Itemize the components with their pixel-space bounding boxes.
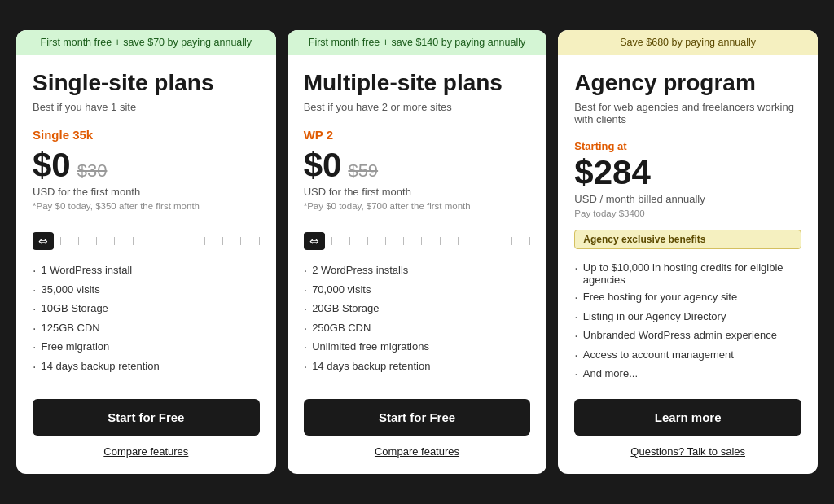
- list-item: 125GB CDN: [33, 319, 260, 339]
- single-site-plan-name: Single 35k: [33, 128, 260, 142]
- single-site-cta-button[interactable]: Start for Free: [33, 399, 260, 436]
- agency-title: Agency program: [574, 71, 801, 96]
- list-item: 14 days backup retention: [33, 357, 260, 377]
- card-multiple-site: First month free + save $140 by paying a…: [288, 30, 547, 474]
- list-item: Unbranded WordPress admin experience: [574, 327, 801, 346]
- list-item: And more...: [574, 365, 801, 384]
- agency-starting-at: Starting at: [574, 140, 801, 152]
- single-site-features: 1 WordPress install35,000 visits10GB Sto…: [33, 261, 260, 384]
- agency-banner: Save $680 by paying annually: [558, 30, 818, 55]
- agency-body: Agency programBest for web agencies and …: [558, 55, 818, 474]
- single-site-slider-icon: ⇔: [33, 232, 54, 250]
- multiple-site-plan-name: WP 2: [304, 128, 531, 142]
- agency-price-note: Pay today $3400: [574, 208, 801, 218]
- single-site-slider[interactable]: ⇔: [33, 232, 260, 250]
- list-item: Free migration: [33, 338, 260, 357]
- list-item: 1 WordPress install: [33, 261, 260, 281]
- list-item: Up to $10,000 in hosting credits for eli…: [574, 259, 801, 288]
- agency-features: Up to $10,000 in hosting credits for eli…: [574, 259, 801, 384]
- multiple-site-slider[interactable]: ⇔: [304, 232, 531, 250]
- pricing-cards: First month free + save $70 by paying an…: [16, 30, 818, 474]
- multiple-site-banner: First month free + save $140 by paying a…: [288, 30, 547, 55]
- list-item: Listing in our Agency Directory: [574, 308, 801, 327]
- agency-subtitle: Best for web agencies and freelancers wo…: [574, 101, 801, 125]
- multiple-site-price-period: USD for the first month: [304, 186, 531, 198]
- card-agency: Save $680 by paying annuallyAgency progr…: [558, 30, 818, 474]
- list-item: 10GB Storage: [33, 300, 260, 319]
- multiple-site-title: Multiple-site plans: [304, 71, 531, 96]
- multiple-site-price-old: $59: [348, 160, 378, 182]
- multiple-site-slider-ticks: [331, 237, 531, 245]
- multiple-site-price: $0: [304, 148, 342, 182]
- single-site-slider-ticks: [60, 237, 260, 245]
- list-item: 2 WordPress installs: [304, 261, 531, 281]
- list-item: 20GB Storage: [304, 300, 531, 319]
- single-site-price-row: $0$30: [33, 148, 260, 182]
- multiple-site-cta-button[interactable]: Start for Free: [304, 399, 531, 436]
- single-site-price-note: *Pay $0 today, $350 after the first mont…: [33, 201, 260, 211]
- list-item: 250GB CDN: [304, 319, 531, 339]
- agency-price-period: USD / month billed annually: [574, 193, 801, 205]
- single-site-secondary-link[interactable]: Compare features: [33, 445, 260, 461]
- single-site-body: Single-site plansBest if you have 1 site…: [16, 55, 276, 474]
- single-site-banner: First month free + save $70 by paying an…: [16, 30, 276, 55]
- multiple-site-features: 2 WordPress installs70,000 visits20GB St…: [304, 261, 531, 384]
- single-site-subtitle: Best if you have 1 site: [33, 101, 260, 113]
- agency-cta-button[interactable]: Learn more: [574, 399, 801, 436]
- list-item: Free hosting for your agency site: [574, 288, 801, 308]
- single-site-title: Single-site plans: [33, 71, 260, 96]
- agency-price-row: $284: [574, 156, 801, 190]
- list-item: 35,000 visits: [33, 281, 260, 300]
- list-item: 70,000 visits: [304, 281, 531, 300]
- multiple-site-price-row: $0$59: [304, 148, 531, 182]
- multiple-site-subtitle: Best if you have 2 or more sites: [304, 101, 531, 113]
- multiple-site-secondary-link[interactable]: Compare features: [304, 445, 531, 461]
- card-single-site: First month free + save $70 by paying an…: [16, 30, 276, 474]
- single-site-price: $0: [33, 148, 71, 182]
- list-item: Access to account management: [574, 346, 801, 366]
- multiple-site-price-note: *Pay $0 today, $700 after the first mont…: [304, 201, 531, 211]
- agency-price: $284: [574, 156, 650, 190]
- single-site-price-old: $30: [77, 160, 108, 182]
- multiple-site-slider-icon: ⇔: [304, 232, 325, 250]
- list-item: 14 days backup retention: [304, 357, 531, 377]
- list-item: Unlimited free migrations: [304, 338, 531, 357]
- agency-agency-badge: Agency exclusive benefits: [574, 230, 801, 249]
- single-site-price-period: USD for the first month: [33, 186, 260, 198]
- multiple-site-body: Multiple-site plansBest if you have 2 or…: [288, 55, 547, 474]
- agency-secondary-link[interactable]: Questions? Talk to sales: [574, 445, 801, 461]
